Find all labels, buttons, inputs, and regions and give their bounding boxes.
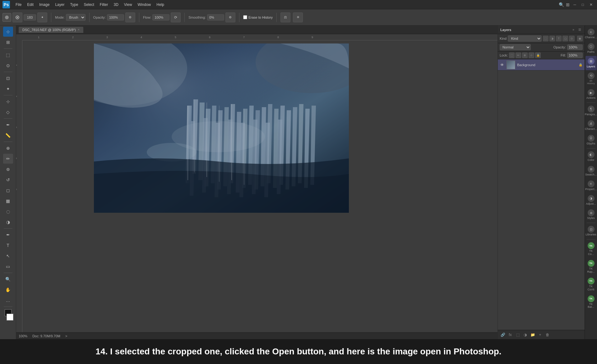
menu-type[interactable]: Type <box>67 1 81 8</box>
lock-position-icon[interactable]: ⊹ <box>529 52 534 58</box>
tool-preset-picker[interactable] <box>2 13 11 22</box>
sidebar-item-glyphs[interactable]: Ω Glyphs <box>585 133 597 147</box>
gradient-tool[interactable]: ▦ <box>3 196 13 206</box>
extra-tools[interactable]: … <box>3 295 13 305</box>
filter-toggle[interactable]: ◉ <box>577 36 583 41</box>
filter-adjustment-icon[interactable]: ◑ <box>549 36 555 41</box>
doc-info-arrow[interactable]: > <box>65 334 67 338</box>
menu-layer[interactable]: Layer <box>53 1 67 8</box>
fill-value[interactable]: 100% <box>567 52 583 58</box>
toggle-airbrush[interactable]: ✦ <box>37 12 47 22</box>
panel-collapse-button[interactable]: » <box>571 27 576 32</box>
ruler-tool[interactable]: 📏 <box>3 130 13 140</box>
sidebar-item-tk-csv6[interactable]: TK TK CsV6 <box>585 276 597 293</box>
dodge-tool[interactable]: ◑ <box>3 217 13 227</box>
maximize-button[interactable]: □ <box>580 2 586 7</box>
menu-file[interactable]: File <box>13 1 24 8</box>
filter-pixel-icon[interactable]: ⬚ <box>543 36 548 41</box>
erase-to-history-checkbox[interactable] <box>243 15 247 19</box>
perspective-tool[interactable]: ◇ <box>3 107 13 117</box>
lock-all-icon[interactable]: 🔒 <box>535 52 541 58</box>
canvas-image[interactable] <box>94 43 349 213</box>
menu-3d[interactable]: 3D <box>111 1 121 8</box>
layer-effects-button[interactable]: fx <box>507 332 513 338</box>
hand-tool[interactable]: ✋ <box>3 285 13 295</box>
pressure-button[interactable]: ✳ <box>293 12 303 22</box>
sidebar-item-properties[interactable]: ≡ Propert... <box>585 179 597 193</box>
brush-tool[interactable]: ✏ <box>3 154 13 164</box>
filter-type-icon[interactable]: T <box>556 36 562 41</box>
mode-select[interactable]: Brush <box>66 14 86 21</box>
menu-view[interactable]: View <box>122 1 135 8</box>
move-tool[interactable]: ⊹ <box>3 27 13 37</box>
search-icon[interactable]: 🔍 <box>559 2 564 7</box>
sidebar-item-color[interactable]: ◐ Color <box>585 149 597 164</box>
canvas-container[interactable]: 1 2 3 4 5 6 7 8 9 1 2 3 4 5 <box>16 34 497 332</box>
opacity-value[interactable]: 100% <box>107 14 124 20</box>
sidebar-item-adjustments[interactable]: ◑ Adjust... <box>585 193 597 207</box>
sidebar-item-tk-bat[interactable]: TK TK Bat... <box>585 293 597 311</box>
flow-value[interactable]: 100% <box>152 14 169 20</box>
eyedropper-tool[interactable]: ✒ <box>3 120 13 130</box>
zoom-tool[interactable]: 🔍 <box>3 274 13 284</box>
marquee-tool[interactable]: ⬚ <box>3 50 13 60</box>
new-fill-layer-button[interactable]: ◑ <box>522 332 528 338</box>
flow-menu[interactable]: ⟳ <box>171 12 181 22</box>
blend-mode-select[interactable]: Normal <box>500 44 531 50</box>
layer-visibility-toggle[interactable]: 👁 <box>500 62 505 67</box>
menu-help[interactable]: Help <box>154 1 167 8</box>
lock-artboard-icon[interactable]: ⊕ <box>522 52 528 58</box>
pen-tool[interactable]: ✒ <box>3 230 13 240</box>
menu-filter[interactable]: Filter <box>97 1 111 8</box>
artboard-tool[interactable]: ⊞ <box>3 37 13 47</box>
close-button[interactable]: ✕ <box>588 2 595 7</box>
opacity-value[interactable]: 100% <box>567 44 583 50</box>
filter-shape-icon[interactable]: ◻ <box>562 36 568 41</box>
symmetry-button[interactable]: ⚖ <box>280 12 290 22</box>
shape-tool[interactable]: ▭ <box>3 262 13 271</box>
eraser-tool[interactable]: ◻ <box>3 185 13 195</box>
lock-transparent-icon[interactable]: ⬚ <box>509 52 515 58</box>
sidebar-item-history[interactable]: ⟲ 85 History <box>585 71 597 87</box>
clone-stamp-tool[interactable]: ⊚ <box>3 164 13 174</box>
menu-image[interactable]: Image <box>37 1 52 8</box>
sidebar-item-tk-rap[interactable]: TK TK Rap... <box>585 258 597 275</box>
erase-to-history-label[interactable]: Erase to History <box>243 15 273 19</box>
path-selection-tool[interactable]: ↖ <box>3 251 13 261</box>
magic-wand-tool[interactable]: ✦ <box>3 84 13 94</box>
sidebar-item-swatches[interactable]: ⊞ Swatch... <box>585 164 597 178</box>
crop-tool[interactable]: ⊹ <box>3 97 13 107</box>
document-tab[interactable]: DSC_7810.NEF @ 100% (RGB/8*) × <box>19 27 83 33</box>
sidebar-item-libraries[interactable]: ⊡ Libraries <box>585 224 597 238</box>
lock-image-icon[interactable]: ✏ <box>516 52 521 58</box>
sidebar-item-character[interactable]: A Charact... <box>585 118 597 133</box>
opacity-menu[interactable]: ⚙ <box>125 12 135 22</box>
background-color[interactable] <box>7 314 13 321</box>
sidebar-item-tk-co[interactable]: TK TK Co... <box>585 240 597 258</box>
menu-select[interactable]: Select <box>81 1 96 8</box>
add-mask-button[interactable]: ⬚ <box>515 332 521 338</box>
layer-item[interactable]: 👁 Background 🔒 <box>498 59 585 71</box>
minimize-button[interactable]: ─ <box>572 2 578 7</box>
smoothing-settings[interactable]: ⚙ <box>225 12 235 22</box>
workspace-switcher[interactable]: ⊞ <box>566 2 570 7</box>
tab-close-button[interactable]: × <box>78 28 80 31</box>
healing-brush-tool[interactable]: ⊕ <box>3 143 13 153</box>
new-layer-button[interactable]: + <box>537 332 543 338</box>
delete-layer-button[interactable]: 🗑 <box>544 332 551 338</box>
panel-menu-button[interactable]: ☰ <box>577 27 582 32</box>
sidebar-item-channels[interactable]: ≡ Channe... <box>585 27 597 41</box>
new-group-button[interactable]: 📁 <box>530 332 536 338</box>
filter-kind-select[interactable]: Kind <box>508 35 542 42</box>
history-brush-tool[interactable]: ↺ <box>3 175 13 185</box>
blur-tool[interactable]: ◌ <box>3 207 13 216</box>
filter-smart-icon[interactable]: ⊙ <box>569 36 575 41</box>
type-tool[interactable]: T <box>3 240 13 250</box>
object-selection-tool[interactable]: ⊡ <box>3 73 13 83</box>
menu-edit[interactable]: Edit <box>25 1 36 8</box>
link-layers-button[interactable]: 🔗 <box>500 332 506 338</box>
lasso-tool[interactable]: ⊙ <box>3 61 13 71</box>
sidebar-item-paths[interactable]: ⬡ Paths <box>585 41 597 56</box>
brush-preset-picker[interactable] <box>12 12 22 22</box>
menu-window[interactable]: Window <box>135 1 154 8</box>
